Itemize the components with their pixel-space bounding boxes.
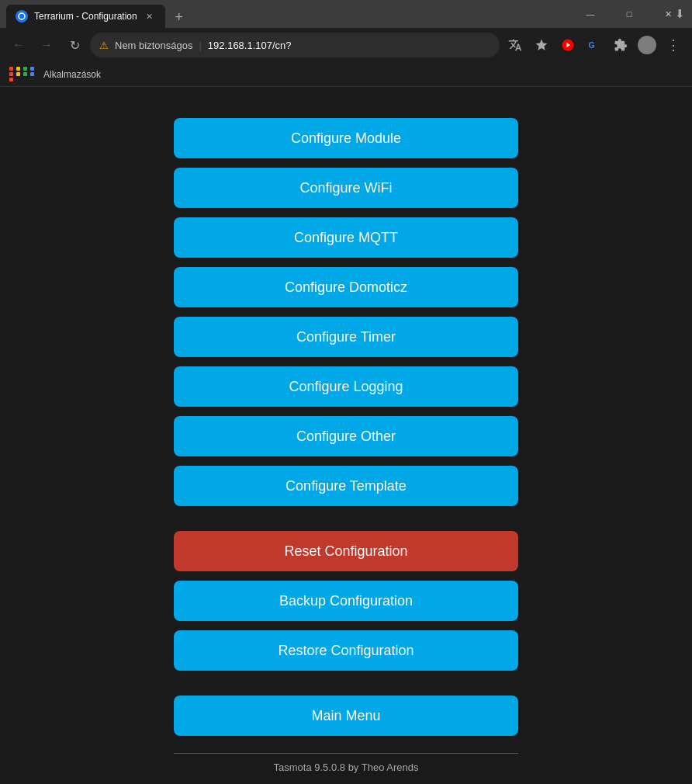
- configure-other-button[interactable]: Configure Other: [174, 416, 518, 456]
- security-icon: ⚠: [99, 40, 109, 51]
- apps-bookmark-label[interactable]: Alkalmazások: [43, 69, 101, 80]
- translate-icon[interactable]: [503, 33, 528, 57]
- chrome-menu-button[interactable]: ⋮: [661, 33, 686, 57]
- active-tab[interactable]: Terrarium - Configuration ✕: [6, 5, 165, 28]
- footer-divider: [174, 753, 518, 754]
- security-text: Nem biztonságos: [115, 40, 192, 51]
- reset-configuration-button[interactable]: Reset Configuration: [174, 531, 518, 571]
- svg-text:G: G: [589, 40, 595, 50]
- new-tab-button[interactable]: +: [168, 6, 190, 28]
- bookmarks-bar: Alkalmazások: [0, 62, 692, 87]
- configure-module-button[interactable]: Configure Module: [174, 118, 518, 158]
- configure-timer-button[interactable]: Configure Timer: [174, 317, 518, 357]
- page-content: Configure Module Configure WiFi Configur…: [0, 87, 692, 784]
- tab-title: Terrarium - Configuration: [34, 11, 137, 22]
- maximize-button[interactable]: □: [611, 0, 647, 28]
- download-icon[interactable]: ⬇: [667, 2, 692, 26]
- page-footer: Tasmota 9.5.0.8 by Theo Arends: [174, 745, 518, 784]
- apps-grid-icon[interactable]: [9, 67, 36, 82]
- minimize-button[interactable]: —: [573, 0, 608, 28]
- main-menu-button[interactable]: Main Menu: [174, 696, 518, 736]
- reload-button[interactable]: ↻: [62, 33, 87, 57]
- tab-favicon: [16, 10, 28, 23]
- footer-text: Tasmota 9.5.0.8 by Theo Arends: [274, 761, 419, 773]
- bookmark-star-icon[interactable]: [529, 33, 554, 57]
- tab-close-button[interactable]: ✕: [144, 10, 156, 23]
- backup-configuration-button[interactable]: Backup Configuration: [174, 581, 518, 621]
- back-button[interactable]: ←: [6, 33, 31, 57]
- google-account-icon[interactable]: G: [582, 33, 607, 57]
- configure-wifi-button[interactable]: Configure WiFi: [174, 168, 518, 208]
- svg-point-0: [19, 13, 25, 19]
- address-divider: |: [199, 40, 201, 51]
- configure-logging-button[interactable]: Configure Logging: [174, 366, 518, 407]
- configure-mqtt-button[interactable]: Configure MQTT: [174, 217, 518, 258]
- youtube-icon[interactable]: [555, 33, 580, 57]
- restore-configuration-button[interactable]: Restore Configuration: [174, 630, 518, 671]
- url-text: 192.168.1.107/cn?: [208, 40, 292, 51]
- forward-button[interactable]: →: [34, 33, 59, 57]
- navigation-bar: ← → ↻ ⚠ Nem biztonságos | 192.168.1.107/…: [0, 28, 692, 62]
- profile-avatar[interactable]: [635, 33, 659, 57]
- configure-domoticz-button[interactable]: Configure Domoticz: [174, 267, 518, 307]
- configure-template-button[interactable]: Configure Template: [174, 466, 518, 506]
- address-bar[interactable]: ⚠ Nem biztonságos | 192.168.1.107/cn?: [90, 33, 500, 57]
- extensions-icon[interactable]: [608, 33, 633, 57]
